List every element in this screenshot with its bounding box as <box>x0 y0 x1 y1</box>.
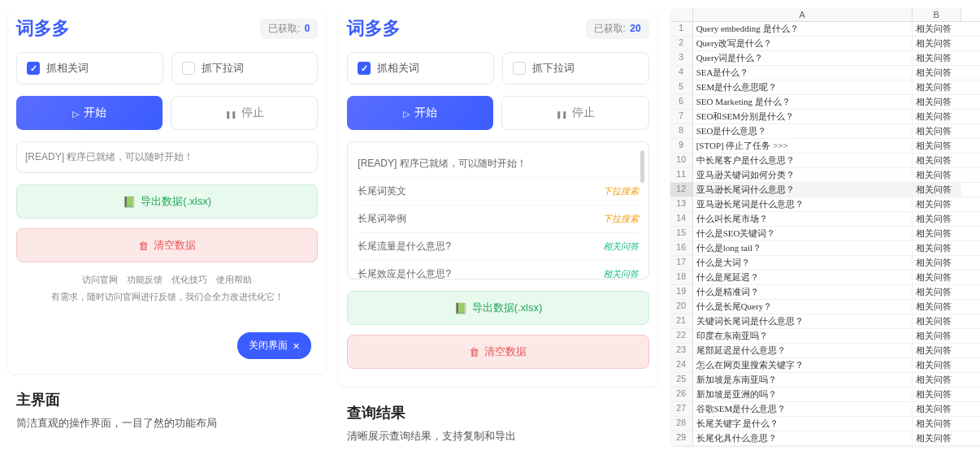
cell-b[interactable]: 相关问答 <box>913 66 961 80</box>
table-row[interactable]: 28长尾关键字 是什么？相关问答 <box>670 417 980 431</box>
row-number[interactable]: 27 <box>670 402 693 416</box>
stop-button[interactable]: 停止 <box>171 96 319 130</box>
table-row[interactable]: 11亚马逊关键词如何分类？相关问答 <box>670 168 980 183</box>
table-row[interactable]: 20什么是长尾Query？相关问答 <box>670 300 980 314</box>
row-number[interactable]: 9 <box>670 139 693 153</box>
cell-a[interactable]: 中长尾客户是什么意思？ <box>693 154 913 167</box>
row-number[interactable]: 7 <box>670 110 693 123</box>
row-number[interactable]: 29 <box>670 431 693 445</box>
cell-b[interactable]: 相关问答 <box>913 22 961 36</box>
row-number[interactable]: 13 <box>670 197 693 211</box>
table-row[interactable]: 21关键词长尾词是什么意思？相关问答 <box>670 314 980 329</box>
row-number[interactable]: 15 <box>670 227 693 240</box>
table-row[interactable]: 16什么是long tail？相关问答 <box>670 241 980 256</box>
cell-b[interactable]: 相关问答 <box>913 227 961 240</box>
row-number[interactable]: 23 <box>670 344 693 357</box>
table-row[interactable]: 10中长尾客户是什么意思？相关问答 <box>670 154 980 168</box>
cell-b[interactable]: 相关问答 <box>913 212 961 226</box>
cell-b[interactable]: 相关问答 <box>913 285 961 299</box>
cell-a[interactable]: Query embedding 是什么？ <box>693 22 913 36</box>
table-row[interactable]: 29长尾化具什么意思？相关问答 <box>670 431 980 446</box>
row-number[interactable]: 24 <box>670 358 693 372</box>
cell-a[interactable]: 亚马逊长尾词什么意思？ <box>693 183 913 197</box>
table-row[interactable]: 3Query词是什么？相关问答 <box>670 51 980 66</box>
cell-a[interactable]: SEO Marketing 是什么？ <box>693 95 913 109</box>
cell-b[interactable]: 相关问答 <box>913 110 961 123</box>
cell-b[interactable]: 相关问答 <box>913 431 961 445</box>
cell-b[interactable]: 相关问答 <box>913 344 961 357</box>
start-button[interactable]: 开始 <box>347 96 493 130</box>
cell-a[interactable]: 印度在东南亚吗？ <box>693 329 913 343</box>
table-row[interactable]: 26新加坡是亚洲的吗？相关问答 <box>670 388 980 402</box>
row-number[interactable]: 28 <box>670 417 693 431</box>
cell-b[interactable]: 相关问答 <box>913 124 961 138</box>
table-row[interactable]: 4SEA是什么？相关问答 <box>670 66 980 80</box>
table-row[interactable]: 27谷歌SEM是什么意思？相关问答 <box>670 402 980 417</box>
cell-a[interactable]: SEO是什么意思？ <box>693 124 913 138</box>
table-row[interactable]: 19什么是精准词？相关问答 <box>670 285 980 300</box>
checkbox-dropdown[interactable]: 抓下拉词 <box>171 52 319 84</box>
cell-a[interactable]: [STOP] 停止了任务 >>> <box>693 139 913 153</box>
cell-b[interactable]: 相关问答 <box>913 241 961 255</box>
table-row[interactable]: 17什么是大词？相关问答 <box>670 256 980 271</box>
table-row[interactable]: 7SEO和SEM分别是什么？相关问答 <box>670 110 980 124</box>
cell-a[interactable]: 什么是尾延迟？ <box>693 271 913 284</box>
table-row[interactable]: 15什么是SEO关键词？相关问答 <box>670 227 980 241</box>
row-number[interactable]: 25 <box>670 373 693 387</box>
table-row[interactable]: 9[STOP] 停止了任务 >>>相关问答 <box>670 139 980 154</box>
checkbox-related[interactable]: 抓相关词 <box>16 52 163 84</box>
cell-b[interactable]: 相关问答 <box>913 168 961 182</box>
row-number[interactable]: 16 <box>670 241 693 255</box>
cell-a[interactable]: 什么是长尾Query？ <box>693 300 913 314</box>
row-number[interactable]: 26 <box>670 388 693 401</box>
table-row[interactable]: 23尾部延迟是什么意思？相关问答 <box>670 344 980 358</box>
scrollbar-thumb[interactable] <box>640 150 644 183</box>
cell-b[interactable]: 相关问答 <box>913 314 961 328</box>
table-row[interactable]: 22印度在东南亚吗？相关问答 <box>670 329 980 344</box>
result-item[interactable]: 长尾效应是什么意思?相关问答 <box>358 261 638 279</box>
row-number[interactable]: 8 <box>670 124 693 138</box>
row-number[interactable]: 19 <box>670 285 693 299</box>
row-number[interactable]: 20 <box>670 300 693 314</box>
cell-b[interactable]: 相关问答 <box>913 402 961 416</box>
cell-a[interactable]: 长尾化具什么意思？ <box>693 431 913 445</box>
result-item[interactable]: 长尾词英文下拉搜索 <box>358 178 638 206</box>
cell-b[interactable]: 相关问答 <box>913 417 961 431</box>
row-number[interactable]: 18 <box>670 271 693 284</box>
cell-b[interactable]: 相关问答 <box>913 256 961 270</box>
table-row[interactable]: 8SEO是什么意思？相关问答 <box>670 124 980 139</box>
cell-a[interactable]: SEA是什么？ <box>693 66 913 80</box>
table-row[interactable]: 25新加坡是东南亚吗？相关问答 <box>670 373 980 388</box>
table-row[interactable]: 14什么叫长尾市场？相关问答 <box>670 212 980 227</box>
row-number[interactable]: 17 <box>670 256 693 270</box>
help-link[interactable]: 使用帮助 <box>216 275 252 284</box>
result-item[interactable]: 长尾词举例下拉搜索 <box>358 206 638 233</box>
row-number[interactable]: 6 <box>670 95 693 109</box>
result-item[interactable]: 长尾流量是什么意思?相关问答 <box>358 233 638 261</box>
cell-a[interactable]: 新加坡是东南亚吗？ <box>693 373 913 387</box>
row-number[interactable]: 14 <box>670 212 693 226</box>
cell-a[interactable]: Query词是什么？ <box>693 51 913 65</box>
spreadsheet-corner[interactable] <box>670 8 693 21</box>
cell-b[interactable]: 相关问答 <box>913 373 961 387</box>
cell-b[interactable]: 相关问答 <box>913 271 961 284</box>
cell-a[interactable]: 什么是long tail？ <box>693 241 913 255</box>
result-box[interactable]: [READY] 程序已就绪，可以随时开始！长尾词英文下拉搜索长尾词举例下拉搜索长… <box>347 141 648 279</box>
cell-a[interactable]: SEM是什么意思呢？ <box>693 80 913 94</box>
cell-a[interactable]: 什么叫长尾市场？ <box>693 212 913 226</box>
table-row[interactable]: 1Query embedding 是什么？相关问答 <box>670 22 980 37</box>
row-number[interactable]: 2 <box>670 37 693 50</box>
cell-b[interactable]: 相关问答 <box>913 329 961 343</box>
close-ui-button[interactable]: 关闭界面 <box>237 332 311 359</box>
table-row[interactable]: 2Query改写是什么？相关问答 <box>670 37 980 51</box>
cell-a[interactable]: 新加坡是亚洲的吗？ <box>693 388 913 401</box>
table-row[interactable]: 24怎么在网页里搜索关键字？相关问答 <box>670 358 980 373</box>
cell-b[interactable]: 相关问答 <box>913 139 961 153</box>
export-button[interactable]: 📗 导出数据(.xlsx) <box>16 184 318 219</box>
row-number[interactable]: 21 <box>670 314 693 328</box>
cell-a[interactable]: 什么是大词？ <box>693 256 913 270</box>
table-row[interactable]: 13亚马逊长尾词是什么意思？相关问答 <box>670 197 980 212</box>
row-number[interactable]: 10 <box>670 154 693 167</box>
checkbox-related[interactable]: 抓相关词 <box>347 52 494 84</box>
cell-a[interactable]: SEO和SEM分别是什么？ <box>693 110 913 123</box>
